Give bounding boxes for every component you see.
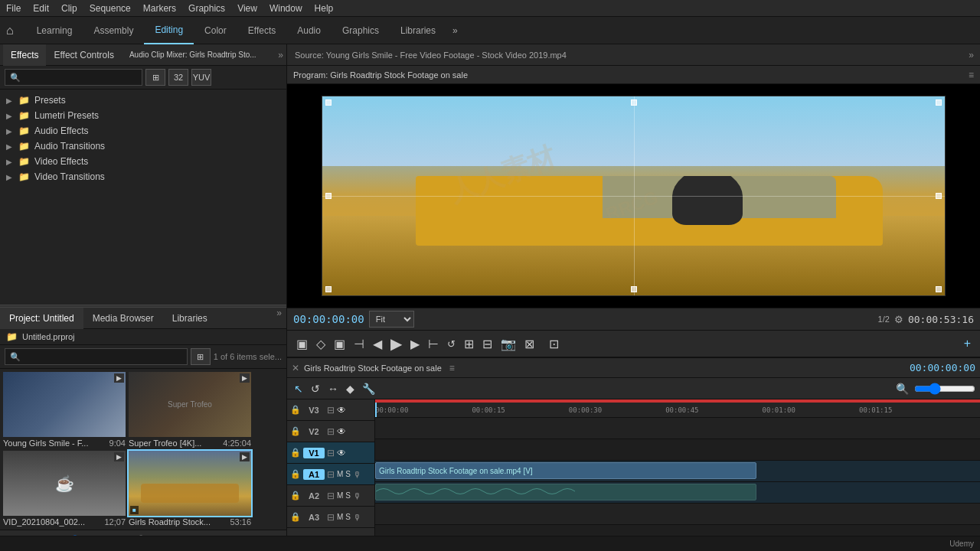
btn-prev-edit[interactable]: ⊣: [351, 335, 368, 353]
btn-step-back[interactable]: ◀: [370, 335, 385, 353]
effects-btn-3[interactable]: YUV: [191, 69, 211, 86]
timeline-timecode[interactable]: 00:00:00:00: [910, 362, 975, 373]
workspace-expand-icon[interactable]: »: [452, 25, 458, 36]
tab-effects-panel[interactable]: Effects: [3, 44, 46, 66]
btn-marker[interactable]: ◇: [313, 335, 328, 353]
menu-item-view[interactable]: View: [237, 3, 257, 14]
media-item-2[interactable]: Super Trofeo ▶ Super Trofeo [4K]... 4:25…: [129, 372, 251, 448]
tab-project[interactable]: Project: Untitled: [0, 308, 83, 329]
project-tabs-more-icon[interactable]: »: [272, 308, 286, 328]
tl-selection-tool[interactable]: ↖: [292, 382, 305, 396]
eye-v1-icon[interactable]: 👁: [337, 448, 346, 458]
mic-a1-icon[interactable]: 🎙: [353, 470, 361, 479]
tl-marker[interactable]: ◆: [344, 382, 357, 396]
menu-item-markers[interactable]: Markers: [143, 3, 176, 14]
mute-a1-btn[interactable]: M: [337, 470, 343, 478]
mic-a3-icon[interactable]: 🎙: [353, 513, 361, 522]
project-search-input[interactable]: [5, 348, 188, 365]
btn-export-frame[interactable]: ⊠: [521, 335, 537, 353]
lock-a2-icon[interactable]: 🔒: [290, 491, 301, 500]
btn-play[interactable]: ▶: [387, 333, 405, 354]
tab-assembly[interactable]: Assembly: [83, 17, 144, 44]
tl-zoom-slider[interactable]: [914, 383, 975, 395]
handle-bottom-right[interactable]: [936, 286, 942, 292]
effects-btn-2[interactable]: 32: [168, 69, 188, 86]
audio-clip-a1[interactable]: [375, 484, 756, 500]
solo-a2-btn[interactable]: S: [345, 491, 351, 500]
tab-color[interactable]: Color: [194, 17, 237, 44]
settings-icon[interactable]: ⚙: [894, 314, 903, 325]
btn-step-forward[interactable]: ▶: [407, 335, 423, 353]
tab-audio[interactable]: Audio: [286, 17, 332, 44]
tree-item-presets[interactable]: ▶ 📁 Presets: [0, 93, 286, 108]
program-timecode[interactable]: 00:00:00:00: [293, 313, 364, 325]
lock-a1-icon[interactable]: 🔒: [290, 469, 301, 479]
sync-v1-icon[interactable]: ⊟: [327, 448, 335, 458]
sync-v2-icon[interactable]: ⊟: [327, 426, 335, 437]
menu-item-window[interactable]: Window: [270, 3, 302, 14]
tab-libraries[interactable]: Libraries: [163, 308, 217, 329]
lock-v1-icon[interactable]: 🔒: [290, 448, 301, 458]
video-clip-v1[interactable]: Girls Roadtrip Stock Footage on sale.mp4…: [375, 462, 756, 479]
sync-a2-icon[interactable]: ⊟: [327, 491, 335, 501]
effects-search-input[interactable]: [5, 69, 142, 86]
program-menu-icon[interactable]: ≡: [969, 70, 974, 80]
effects-btn-1[interactable]: ⊞: [145, 69, 165, 86]
eye-v3-icon[interactable]: 👁: [337, 405, 346, 416]
handle-bottom-left[interactable]: [325, 286, 332, 292]
mute-a3-btn[interactable]: M: [337, 513, 343, 521]
menu-item-help[interactable]: Help: [315, 3, 334, 14]
tree-item-video-transitions[interactable]: ▶ 📁 Video Transitions: [0, 169, 286, 184]
tree-item-lumetri[interactable]: ▶ 📁 Lumetri Presets: [0, 108, 286, 123]
tab-media-browser[interactable]: Media Browser: [83, 308, 163, 329]
media-item-1[interactable]: ▶ Young Girls Smile - F... 9:04: [3, 372, 126, 448]
panel-expand-icon[interactable]: »: [278, 50, 283, 60]
source-tab-more-icon[interactable]: »: [962, 50, 980, 60]
handle-top-left[interactable]: [325, 99, 332, 106]
btn-deselect[interactable]: ⊡: [546, 335, 562, 353]
tab-learning[interactable]: Learning: [26, 17, 83, 44]
close-timeline-icon[interactable]: ✕: [292, 363, 299, 373]
btn-mark-out[interactable]: ▣: [331, 335, 348, 353]
tab-effect-controls[interactable]: Effect Controls: [46, 44, 121, 66]
tab-audio-clip-mixer[interactable]: Audio Clip Mixer: Girls Roadtrip Sto...: [122, 44, 264, 66]
tl-razor-tool[interactable]: ↺: [309, 382, 322, 396]
btn-next-edit[interactable]: ⊢: [425, 335, 442, 353]
media-item-4[interactable]: ▶ ■ Girls Roadtrip Stock... 53:16: [129, 451, 251, 527]
timeline-menu-icon[interactable]: ≡: [449, 363, 455, 373]
solo-a1-btn[interactable]: S: [345, 470, 351, 478]
media-item-3[interactable]: ☕ ▶ VID_20210804_002... 12;07: [3, 451, 126, 527]
tab-effects[interactable]: Effects: [237, 17, 286, 44]
tl-zoom-out[interactable]: 🔍: [893, 382, 911, 396]
tl-ripple-edit[interactable]: ↔: [325, 382, 341, 396]
tab-editing[interactable]: Editing: [144, 17, 194, 44]
mute-a2-btn[interactable]: M: [337, 491, 343, 500]
btn-camera[interactable]: 📷: [498, 335, 519, 353]
tree-item-video-effects[interactable]: ▶ 📁 Video Effects: [0, 154, 286, 169]
menu-item-graphics[interactable]: Graphics: [188, 3, 225, 14]
fit-dropdown[interactable]: Fit 25% 50% 100%: [369, 311, 414, 328]
tree-item-audio-transitions[interactable]: ▶ 📁 Audio Transitions: [0, 139, 286, 154]
lock-a3-icon[interactable]: 🔒: [290, 512, 301, 522]
source-monitor-tab[interactable]: Source: Young Girls Smile - Free Video F…: [287, 44, 574, 66]
tab-graphics[interactable]: Graphics: [332, 17, 390, 44]
eye-v2-icon[interactable]: 👁: [337, 426, 346, 437]
menu-item-edit[interactable]: Edit: [33, 3, 49, 14]
sync-v3-icon[interactable]: ⊟: [327, 405, 335, 416]
tree-item-audio-effects[interactable]: ▶ 📁 Audio Effects: [0, 123, 286, 139]
sync-a1-icon[interactable]: ⊟: [327, 469, 335, 480]
menu-item-sequence[interactable]: Sequence: [90, 3, 131, 14]
project-view-btn[interactable]: ⊞: [191, 348, 211, 365]
tl-wrench[interactable]: 🔧: [360, 382, 377, 396]
btn-loop[interactable]: ↺: [444, 337, 459, 351]
menu-item-file[interactable]: File: [6, 3, 21, 14]
lock-v3-icon[interactable]: 🔒: [290, 405, 301, 415]
handle-top-right[interactable]: [936, 99, 942, 106]
btn-output-settings[interactable]: ⊟: [479, 335, 495, 353]
home-icon[interactable]: ⌂: [6, 24, 14, 37]
btn-safe-margins[interactable]: ⊞: [461, 335, 477, 353]
lock-v2-icon[interactable]: 🔒: [290, 426, 301, 436]
btn-add-clip[interactable]: +: [961, 335, 974, 352]
btn-mark-in[interactable]: ▣: [293, 335, 311, 353]
menu-item-clip[interactable]: Clip: [61, 3, 77, 14]
